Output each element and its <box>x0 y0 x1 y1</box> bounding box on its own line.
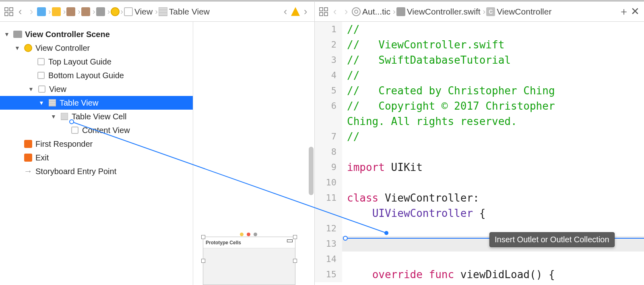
outline-first-responder[interactable]: First Responder <box>0 137 193 151</box>
code-text: // <box>342 129 644 144</box>
code-line[interactable]: 2// ViewController.swift <box>315 37 644 52</box>
svg-rect-4 <box>320 8 323 11</box>
code-line[interactable]: 6// Copyright © 2017 Christopher <box>315 98 644 114</box>
code-line[interactable]: 9import UIKit <box>315 160 644 175</box>
storyboard-base-icon[interactable] <box>81 7 90 16</box>
crumb-file[interactable]: ViewController.swift <box>405 7 482 17</box>
svg-rect-3 <box>10 12 13 16</box>
nav-back-icon[interactable]: ‹ <box>329 6 341 17</box>
crumb-class[interactable]: ViewController <box>495 7 553 17</box>
svg-rect-6 <box>320 12 323 16</box>
outline-bottom-layout-guide[interactable]: Bottom Layout Guide <box>0 69 193 82</box>
close-assistant-icon[interactable]: ✕ <box>630 6 641 17</box>
related-items-icon[interactable] <box>3 6 14 17</box>
code-line[interactable]: UIViewController { <box>315 206 644 221</box>
chevron-right-icon: › <box>482 7 487 16</box>
crumb-aut[interactable]: Aut...tic <box>361 7 392 17</box>
storyboard-file-icon[interactable] <box>66 7 75 16</box>
outline-scene[interactable]: ▼ View Controller Scene <box>0 27 193 41</box>
outline-entry-point[interactable]: → Storyboard Entry Point <box>0 164 193 178</box>
code-line[interactable]: 15 override func viewDidLoad() { <box>315 267 644 282</box>
folder-icon[interactable] <box>52 7 61 16</box>
line-number: 4 <box>315 68 342 83</box>
table-view-icon[interactable] <box>159 7 167 16</box>
outlet-insertion-handle[interactable] <box>343 236 348 241</box>
line-number: 6 <box>315 98 342 114</box>
line-number: 14 <box>315 252 342 267</box>
code-text: class ViewController: <box>342 190 644 206</box>
outline-view[interactable]: ▼ View <box>0 82 193 96</box>
code-text: UIViewController { <box>342 206 644 221</box>
line-number: 7 <box>315 129 342 144</box>
line-number: 12 <box>315 221 342 236</box>
code-line[interactable]: 10 <box>315 175 644 190</box>
scene-group-icon[interactable] <box>96 7 105 16</box>
swift-file-icon[interactable] <box>396 7 405 16</box>
ib-canvas[interactable]: Prototype Cells <box>193 22 315 285</box>
class-icon[interactable]: C <box>486 7 495 16</box>
arrow-right-icon: → <box>23 167 33 176</box>
project-icon[interactable] <box>37 7 46 16</box>
code-line[interactable]: 7// <box>315 129 644 144</box>
view-controller-icon[interactable] <box>111 7 120 16</box>
code-editor[interactable]: 1//2// ViewController.swift3// SwiftData… <box>315 22 644 285</box>
code-line[interactable]: 1// <box>315 22 644 37</box>
svg-rect-2 <box>5 12 8 16</box>
content-view-label: Content View <box>82 126 130 135</box>
nav-forward-icon[interactable]: › <box>26 6 37 17</box>
code-text: // <box>342 22 644 37</box>
svg-rect-0 <box>5 8 8 11</box>
code-text: override func viewDidLoad() { <box>342 267 644 282</box>
issues-prev-icon[interactable]: ‹ <box>280 6 291 17</box>
view-icon[interactable] <box>124 7 133 16</box>
table-view-cell-label: Table View Cell <box>72 112 126 121</box>
nav-back-icon[interactable]: ‹ <box>14 6 26 17</box>
vertical-scrollbar[interactable] <box>309 147 314 195</box>
outline-view-controller[interactable]: ▼ View Controller <box>0 41 193 55</box>
battery-icon <box>287 239 293 242</box>
counterpart-icon[interactable] <box>352 7 361 16</box>
related-items-icon[interactable] <box>318 6 329 17</box>
warning-icon[interactable] <box>291 7 300 16</box>
line-number: 11 <box>315 190 342 206</box>
line-number: 15 <box>315 267 342 282</box>
line-number: 3 <box>315 52 342 68</box>
chevron-right-icon: › <box>392 7 396 16</box>
outline-table-view-cell[interactable]: ▼ Table View Cell <box>0 110 193 123</box>
right-jump-bar: ‹ › Aut...tic › ViewController.swift › C… <box>315 0 644 22</box>
responder-dot-icon <box>247 233 250 236</box>
outline-exit[interactable]: Exit <box>0 151 193 164</box>
resize-handle[interactable] <box>293 259 297 263</box>
code-line[interactable]: 8 <box>315 144 644 160</box>
nav-forward-icon[interactable]: › <box>341 6 352 17</box>
code-line[interactable]: 14 <box>315 252 644 267</box>
code-line[interactable]: 4// <box>315 68 644 83</box>
crumb-view[interactable]: View <box>133 7 154 17</box>
first-responder-label: First Responder <box>35 139 93 149</box>
code-line[interactable]: 3// SwiftDatabaseTutorial <box>315 52 644 68</box>
entry-point-label: Storyboard Entry Point <box>35 167 116 176</box>
code-text: // SwiftDatabaseTutorial <box>342 52 644 68</box>
code-line[interactable]: 11class ViewController: <box>315 190 644 206</box>
line-number: 8 <box>315 144 342 160</box>
resize-handle[interactable] <box>201 259 205 263</box>
crumb-table-view[interactable]: Table View <box>167 7 211 17</box>
exit-dot-icon <box>254 233 257 236</box>
line-number: 13 <box>315 236 342 252</box>
table-view-preview[interactable]: Prototype Cells <box>203 237 295 285</box>
code-text <box>342 175 644 190</box>
code-line[interactable]: 5// Created by Christopher Ching <box>315 83 644 98</box>
line-number: 1 <box>315 22 342 37</box>
outline-content-view[interactable]: Content View <box>0 123 193 137</box>
code-text: // Copyright © 2017 Christopher <box>342 98 644 114</box>
add-assistant-icon[interactable]: ＋ <box>618 6 630 17</box>
chevron-right-icon: › <box>92 7 96 16</box>
outline-table-view[interactable]: ▼ Table View <box>0 96 193 110</box>
code-text: // Created by Christopher Ching <box>342 83 644 98</box>
code-line[interactable]: Ching. All rights reserved. <box>315 114 644 129</box>
code-text <box>342 252 644 267</box>
chevron-right-icon: › <box>120 7 124 16</box>
chevron-right-icon: › <box>77 7 81 16</box>
issues-next-icon[interactable]: › <box>300 6 311 17</box>
outline-top-layout-guide[interactable]: Top Layout Guide <box>0 55 193 69</box>
